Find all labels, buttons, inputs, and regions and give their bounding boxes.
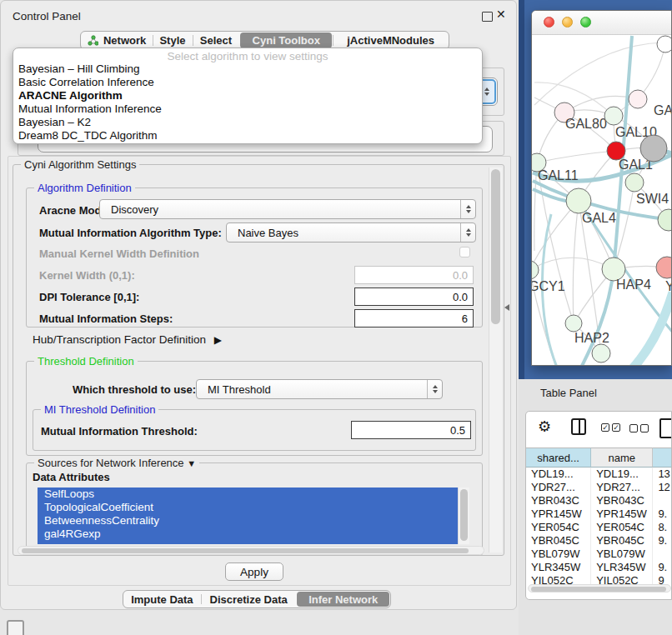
- table-row[interactable]: YBR045CYBR045C9.: [526, 534, 672, 548]
- algorithm-option[interactable]: Mutual Information Inference: [13, 102, 482, 116]
- node-green-right[interactable]: [658, 209, 672, 231]
- table-cell[interactable]: 13: [653, 468, 672, 481]
- table-horizontal-scrollbar[interactable]: [528, 584, 671, 592]
- table-cell[interactable]: YBR045C: [591, 534, 653, 548]
- settings-horizontal-scrollbar-thumb[interactable]: [22, 548, 469, 553]
- table-cell[interactable]: [653, 494, 672, 508]
- tab-jactivemnodules[interactable]: jActiveMNodules: [333, 32, 449, 49]
- data-attribute-item[interactable]: TopologicalCoefficient: [38, 501, 458, 514]
- node-gray[interactable]: [640, 135, 667, 162]
- algorithm-option[interactable]: Bayesian – Hill Climbing: [13, 62, 482, 76]
- table-row[interactable]: YPR145WYPR145W9.: [526, 508, 672, 521]
- apply-button[interactable]: Apply: [225, 562, 283, 581]
- algorithm-option[interactable]: Dream8 DC_TDC Algorithm: [13, 129, 482, 142]
- minimize-traffic-light[interactable]: [562, 17, 573, 28]
- tab-network[interactable]: Network: [81, 32, 153, 49]
- node-gal-top[interactable]: [629, 90, 647, 108]
- data-attribute-item[interactable]: SelfLoops: [38, 488, 458, 501]
- zoom-traffic-light[interactable]: [580, 17, 591, 28]
- tab-select[interactable]: Select: [193, 32, 239, 49]
- node-hap2[interactable]: [565, 315, 582, 332]
- table-cell[interactable]: YLR345W: [526, 561, 591, 574]
- data-attribute-item[interactable]: gal4RGexp: [38, 528, 458, 541]
- panel-splitter-handle[interactable]: [504, 304, 509, 311]
- table-cell[interactable]: YBL079W: [526, 548, 591, 561]
- column-header[interactable]: [653, 448, 672, 468]
- table-row[interactable]: YBL079WYBL079W: [526, 548, 672, 561]
- tab-cyni-toolbox[interactable]: Cyni Toolbox: [240, 32, 332, 48]
- table-row[interactable]: YDR27...YDR27...12: [526, 481, 672, 494]
- hub-tf-disclosure[interactable]: Hub/Transcription Factor Definition ▶: [33, 333, 222, 346]
- table-cell[interactable]: 9.: [653, 561, 672, 574]
- table-cell[interactable]: YPR145W: [526, 508, 591, 521]
- split-columns-icon[interactable]: [571, 418, 586, 435]
- table-cell[interactable]: YBR045C: [526, 534, 591, 548]
- table-sheet-icon[interactable]: [659, 418, 672, 438]
- node-bottom[interactable]: [592, 344, 610, 362]
- table-row[interactable]: YLR345WYLR345W9.: [526, 561, 672, 574]
- table-row[interactable]: YDL19...YDL19...13: [526, 468, 672, 481]
- tab-infer-network[interactable]: Infer Network: [297, 592, 389, 607]
- combo-stepper-icon[interactable]: [460, 223, 475, 242]
- minimized-panel-icon[interactable]: [7, 620, 24, 635]
- settings-vertical-scrollbar[interactable]: [489, 168, 502, 552]
- table-cell[interactable]: YDL19...: [526, 468, 591, 481]
- table-cell[interactable]: YBL079W: [591, 548, 653, 561]
- node-gal10[interactable]: [604, 107, 623, 125]
- gear-icon[interactable]: ⚙: [538, 419, 551, 434]
- data-attribute-item[interactable]: BetweennessCentrality: [38, 514, 458, 528]
- kernel-width-field[interactable]: 0.0: [354, 266, 474, 284]
- table-cell[interactable]: YLR345W: [591, 561, 653, 574]
- which-threshold-combobox[interactable]: MI Threshold: [196, 379, 443, 399]
- node-gal4[interactable]: [566, 188, 591, 213]
- combo-stepper-icon[interactable]: [427, 380, 442, 398]
- attributes-list-scrollbar[interactable]: [458, 488, 469, 544]
- column-header[interactable]: name: [591, 448, 653, 468]
- table-cell[interactable]: 12: [653, 481, 672, 494]
- network-window-titlebar[interactable]: [532, 11, 671, 35]
- tab-discretize-data[interactable]: Discretize Data: [201, 591, 297, 608]
- table-cell[interactable]: YDR27...: [591, 481, 653, 494]
- node-salmon[interactable]: [656, 257, 672, 278]
- table-cell[interactable]: 9.: [653, 508, 672, 521]
- mi-type-combobox[interactable]: Naive Bayes: [226, 222, 476, 242]
- table-cell[interactable]: YPR145W: [591, 508, 653, 521]
- table-cell[interactable]: YBR043C: [526, 494, 591, 508]
- settings-horizontal-scrollbar[interactable]: [18, 546, 484, 555]
- table-cell[interactable]: YDL19...: [591, 468, 653, 481]
- node-swi4[interactable]: [625, 173, 644, 192]
- table-cell[interactable]: 8.: [653, 521, 672, 534]
- dpi-tolerance-field[interactable]: 0.0: [354, 288, 474, 306]
- table-row[interactable]: YBR043CYBR043C: [526, 494, 672, 508]
- close-traffic-light[interactable]: [544, 17, 554, 28]
- algorithm-option[interactable]: Basic Correlation Inference: [13, 76, 482, 89]
- table-cell[interactable]: YER054C: [526, 521, 591, 534]
- table-cell[interactable]: YER054C: [591, 521, 653, 534]
- sources-group-title[interactable]: Sources for Network Inference ▼: [34, 457, 199, 469]
- column-header[interactable]: shared...: [526, 448, 591, 468]
- aracne-mode-combobox[interactable]: Discovery: [99, 199, 476, 219]
- table-cell[interactable]: [653, 548, 672, 561]
- mi-steps-field[interactable]: 6: [354, 309, 474, 328]
- deselect-checks-icon[interactable]: [629, 424, 649, 432]
- tab-impute-data[interactable]: Impute Data: [123, 591, 201, 608]
- close-icon[interactable]: ✕: [496, 8, 506, 21]
- select-all-checks-icon[interactable]: ✓✓: [601, 423, 620, 432]
- tab-style[interactable]: Style: [153, 32, 193, 49]
- table-cell[interactable]: 9.: [653, 534, 672, 548]
- network-canvas[interactable]: GALGAL80GAL10GAL1GAL11SWI4GAL4GCY1HAP4YH…: [532, 34, 672, 366]
- node-top-partial[interactable]: [657, 36, 672, 52]
- manual-kernel-checkbox[interactable]: [459, 247, 470, 258]
- attributes-list-scrollbar-thumb[interactable]: [460, 489, 468, 541]
- float-window-icon[interactable]: [482, 12, 493, 22]
- node-gcy1[interactable]: [532, 261, 539, 279]
- table-row[interactable]: YER054CYER054C8.: [526, 521, 672, 534]
- settings-vertical-scrollbar-thumb[interactable]: [491, 169, 500, 324]
- combo-stepper-icon[interactable]: [460, 200, 475, 218]
- table-cell[interactable]: YBR043C: [591, 494, 653, 508]
- mi-threshold-field[interactable]: 0.5: [351, 421, 471, 439]
- algorithm-option[interactable]: Bayesian – K2: [13, 116, 482, 129]
- table-cell[interactable]: YDR27...: [526, 481, 591, 494]
- table-horizontal-scrollbar-thumb[interactable]: [531, 587, 666, 592]
- algorithm-option[interactable]: ARACNE Algorithm: [13, 89, 482, 102]
